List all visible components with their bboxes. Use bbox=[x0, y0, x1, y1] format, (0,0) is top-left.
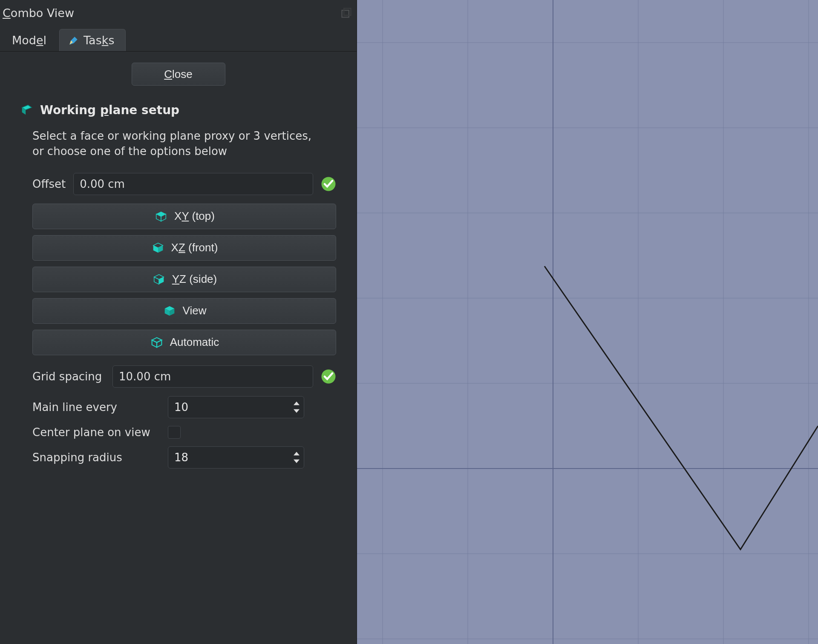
grid-spacing-input[interactable]: 10.00 cm bbox=[112, 365, 313, 388]
tab-tasks[interactable]: Tasks bbox=[59, 29, 126, 51]
pencil-icon bbox=[68, 35, 79, 46]
spin-down-icon[interactable] bbox=[292, 408, 301, 414]
spin-up-icon[interactable] bbox=[292, 400, 301, 407]
plane-auto-button[interactable]: Automatic bbox=[32, 330, 336, 355]
snap-radius-row: Snapping radius 18 bbox=[32, 446, 336, 469]
viewport-3d[interactable] bbox=[357, 0, 818, 644]
cube-top-icon bbox=[154, 209, 168, 224]
main-line-input[interactable]: 10 bbox=[168, 396, 304, 418]
svg-rect-0 bbox=[342, 10, 349, 17]
cube-side-icon bbox=[152, 272, 166, 287]
main-line-label: Main line every bbox=[32, 401, 160, 414]
task-description: Select a face or working plane proxy or … bbox=[32, 128, 324, 159]
tab-bar: Model Tasks bbox=[0, 26, 357, 52]
check-icon bbox=[321, 176, 336, 192]
panel-title: Combo View bbox=[3, 6, 74, 20]
grid-spacing-row: Grid spacing 10.00 cm bbox=[32, 365, 336, 388]
center-plane-row: Center plane on view bbox=[32, 426, 336, 439]
sketch-line bbox=[544, 266, 818, 549]
combo-view-panel: Combo View Model Tasks Close bbox=[0, 0, 357, 644]
tab-model[interactable]: Model bbox=[3, 29, 58, 51]
plane-yz-button[interactable]: YZ (side) bbox=[32, 267, 336, 292]
task-body: Close Working plane setup Select a face … bbox=[0, 52, 357, 644]
cube-wire-icon bbox=[150, 335, 164, 350]
plane-buttons: XY (top) XZ (front) YZ (side) bbox=[32, 204, 336, 355]
snap-radius-input[interactable]: 18 bbox=[168, 446, 304, 469]
cube-front-icon bbox=[151, 241, 165, 255]
svg-marker-12 bbox=[154, 277, 158, 284]
plane-xy-button[interactable]: XY (top) bbox=[32, 204, 336, 229]
undock-icon[interactable] bbox=[340, 7, 352, 19]
svg-rect-1 bbox=[344, 9, 351, 15]
center-plane-checkbox[interactable] bbox=[168, 426, 181, 439]
cube-solid-icon bbox=[162, 304, 177, 318]
offset-row: Offset 0.00 cm bbox=[32, 173, 336, 195]
grid-spacing-label: Grid spacing bbox=[32, 370, 105, 383]
svg-marker-5 bbox=[156, 211, 166, 216]
svg-marker-17 bbox=[152, 337, 161, 342]
spin-down-icon[interactable] bbox=[292, 458, 301, 465]
spin-up-icon[interactable] bbox=[292, 450, 301, 457]
plane-xz-button[interactable]: XZ (front) bbox=[32, 235, 336, 261]
close-button[interactable]: Close bbox=[132, 63, 225, 86]
main-line-row: Main line every 10 bbox=[32, 396, 336, 418]
check-icon bbox=[321, 369, 336, 384]
working-plane-icon bbox=[20, 103, 34, 117]
viewport-grid bbox=[357, 0, 818, 644]
svg-marker-19 bbox=[157, 340, 161, 347]
offset-label: Offset bbox=[32, 178, 66, 190]
offset-input[interactable]: 0.00 cm bbox=[73, 173, 313, 195]
svg-marker-18 bbox=[152, 340, 156, 347]
section-header: Working plane setup bbox=[20, 103, 352, 117]
center-plane-label: Center plane on view bbox=[32, 426, 160, 439]
plane-view-button[interactable]: View bbox=[32, 298, 336, 324]
snap-radius-label: Snapping radius bbox=[32, 451, 160, 464]
panel-header: Combo View bbox=[0, 0, 357, 26]
